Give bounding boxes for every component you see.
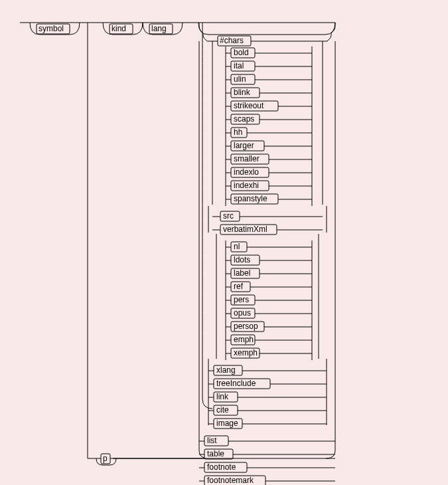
label-p: p [103,454,108,463]
node-chars: #chars [218,36,251,46]
label-indexlo: indexlo [234,167,259,177]
label-spanstyle: spanstyle [234,194,267,203]
label-footnote: footnote [207,462,236,472]
label-lang: lang [151,24,167,33]
label-strikeout: strikeout [234,101,264,110]
label-bold: bold [234,48,249,57]
label-ital: ital [234,61,244,70]
node-lang: lang [149,24,173,34]
label-src: src [223,211,234,221]
group2b-rows: nlldotslabelrefpersopuspersopemphxemph [226,241,312,360]
label-cite: cite [216,405,229,415]
label-pers: pers [234,295,249,304]
label-kind: kind [112,24,126,33]
node-kind: kind [110,24,133,34]
arc-outer-r1 [325,23,335,35]
label-indexhi: indexhi [234,181,259,190]
label-blink: blink [234,88,251,97]
label-scaps: scaps [234,114,254,124]
node-p: p [101,454,110,464]
label-hh: hh [234,128,242,137]
label-smaller: smaller [234,154,260,163]
label-ref: ref [234,282,244,291]
label-ldots: ldots [234,255,250,264]
label-label: label [234,268,250,278]
node-symbol: symbol [37,24,70,34]
group4-rows: listtablefootnotefootnotemarkfootnotetex… [199,436,335,485]
label-larger: larger [234,141,254,150]
label-ulin: ulin [234,74,246,84]
label-chars: #chars [220,36,244,45]
label-emph: emph [234,335,254,344]
group2a-rows: srcverbatimXml [212,211,323,235]
syntax-diagram: symbol kind lang [0,0,448,485]
label-xlang: xlang [216,365,236,375]
label-opus: opus [234,308,251,318]
label-nl: nl [234,242,240,251]
label-table: table [207,449,224,458]
group3-rows: xlangtreeIncludelinkciteimage [208,365,327,429]
label-image: image [216,419,238,428]
label-symbol: symbol [38,24,64,33]
arc-outer-l1 [198,23,208,35]
group1-rows: bolditalulinblinkstrikeoutscapshhlargers… [226,47,312,206]
label-verbatimxml: verbatimXml [223,225,267,234]
arc-outer-l-deep [202,23,212,409]
label-list: list [207,436,217,445]
label-link: link [216,392,229,401]
label-treeinclude: treeInclude [216,379,256,388]
label-xemph: xemph [234,348,258,357]
label-footnotemark: footnotemark [207,476,254,485]
label-persop: persop [234,322,258,331]
